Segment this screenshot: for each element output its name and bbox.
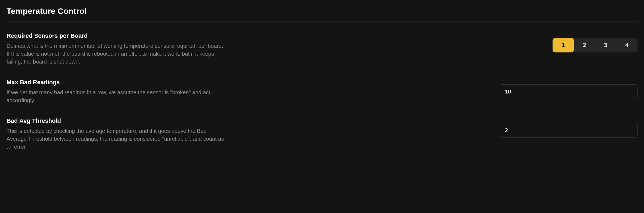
setting-control-bad-avg-threshold: [500, 117, 637, 137]
max-bad-readings-input[interactable]: [500, 84, 637, 99]
section-title: Temperature Control: [7, 7, 637, 16]
setting-description-required-sensors: Defines what is the minimum number of wo…: [7, 42, 224, 66]
setting-text-block: Required Sensors per Board Defines what …: [7, 32, 224, 66]
setting-label-required-sensors: Required Sensors per Board: [7, 32, 224, 39]
setting-text-block: Max Bad Readings If we get that many bad…: [7, 79, 224, 104]
segment-option-2[interactable]: 2: [574, 38, 595, 52]
segment-option-3[interactable]: 3: [595, 38, 616, 52]
sensors-segmented-control: 1 2 3 4: [553, 38, 637, 52]
bad-avg-threshold-input[interactable]: [500, 123, 637, 137]
setting-label-bad-avg-threshold: Bad Avg Threshold: [7, 117, 224, 124]
setting-control-required-sensors: 1 2 3 4: [553, 32, 637, 52]
segment-option-4[interactable]: 4: [616, 38, 637, 52]
setting-max-bad-readings: Max Bad Readings If we get that many bad…: [7, 79, 637, 104]
setting-text-block: Bad Avg Threshold This is detected by ch…: [7, 117, 224, 151]
setting-required-sensors: Required Sensors per Board Defines what …: [7, 32, 637, 66]
setting-control-max-bad-readings: [500, 79, 637, 99]
setting-description-max-bad-readings: If we get that many bad readings in a ro…: [7, 89, 224, 104]
setting-description-bad-avg-threshold: This is detected by checking the average…: [7, 127, 224, 151]
segment-option-1[interactable]: 1: [553, 38, 574, 52]
setting-label-max-bad-readings: Max Bad Readings: [7, 79, 224, 86]
setting-bad-avg-threshold: Bad Avg Threshold This is detected by ch…: [7, 117, 637, 151]
section-divider: [7, 21, 637, 21]
